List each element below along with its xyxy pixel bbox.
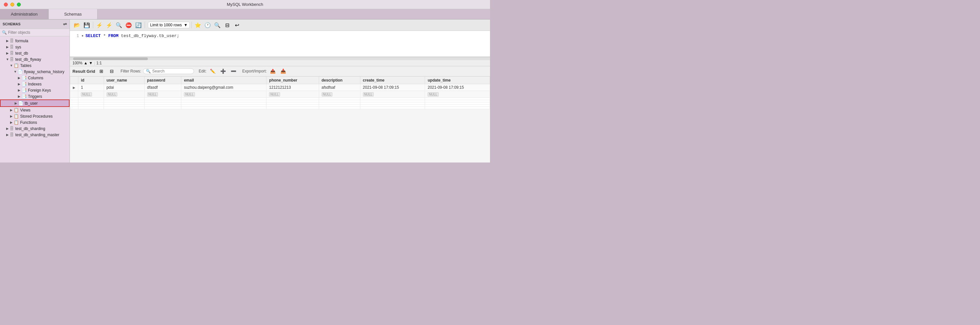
reconnect-button[interactable]: 🔄 xyxy=(134,21,143,29)
schemas-label: SCHEMAS xyxy=(3,22,21,26)
col-arrow xyxy=(70,77,78,84)
traffic-lights xyxy=(4,3,21,6)
tab-administration[interactable]: Administration xyxy=(0,9,49,19)
sidebar-item-columns[interactable]: ▶ 📑 Columns xyxy=(0,75,70,81)
sidebar-item-tables[interactable]: ▼ 📋 Tables xyxy=(0,62,70,69)
execute-button[interactable]: ⚡ xyxy=(95,21,104,29)
zoom-down-icon[interactable]: ▼ xyxy=(89,61,93,65)
col-phone-number[interactable]: phone_number xyxy=(266,77,319,84)
col-id[interactable]: id xyxy=(78,77,104,84)
sidebar-item-label: test_db_flyway xyxy=(15,57,41,62)
col-user-name[interactable]: user_name xyxy=(103,77,144,84)
sidebar-item-label: test_db xyxy=(15,51,28,56)
null-id: NULL xyxy=(78,91,104,98)
sidebar-item-flyway-schema-history[interactable]: ▼ 📄 flyway_schema_history xyxy=(0,69,70,75)
edit-btn-1[interactable]: ✏️ xyxy=(208,68,217,75)
cell-id: 1 xyxy=(78,84,104,91)
close-button[interactable] xyxy=(4,3,8,6)
sidebar-item-test-db-sharding[interactable]: ▶ 🗄 test_db_sharding xyxy=(0,126,70,132)
wrap-button[interactable]: ↩ xyxy=(232,21,242,29)
scrollbar-thumb xyxy=(73,57,148,60)
sidebar-item-test-db-flyway[interactable]: ▼ 🗄 test_db_flyway xyxy=(0,56,70,62)
sidebar-item-tb-user[interactable]: ▶ 📄 tb_user xyxy=(0,99,70,107)
save-button[interactable]: 💾 xyxy=(82,21,91,29)
find-button[interactable]: 🔍 xyxy=(115,21,124,29)
sidebar-item-test-db[interactable]: ▶ 🗄 test_db xyxy=(0,50,70,56)
col-password[interactable]: password xyxy=(144,77,181,84)
favorite-button[interactable]: ⭐ xyxy=(193,21,202,29)
db-icon: 🗄 xyxy=(10,45,14,49)
export-button[interactable]: 📤 xyxy=(269,68,277,75)
filter-search-input[interactable] xyxy=(152,69,191,73)
sidebar-item-stored-procedures[interactable]: ▶ 📋 Stored Procedures xyxy=(0,113,70,119)
search-input[interactable] xyxy=(8,30,68,35)
result-area: Result Grid ⊞ ⊟ Filter Rows: 🔍 Edit: ✏️ … xyxy=(70,66,490,162)
sidebar-item-functions[interactable]: ▶ 📋 Functions xyxy=(0,119,70,126)
search2-button[interactable]: 🔍 xyxy=(213,21,222,29)
search-icon: 🔍 xyxy=(146,69,151,73)
stop-button[interactable]: ⛔ xyxy=(124,21,133,29)
sidebar-item-test-db-sharding-master[interactable]: ▶ 🗄 test_db_sharding_master xyxy=(0,132,70,138)
tab-bar: Administration Schemas xyxy=(0,9,490,19)
grid-view-button[interactable]: ⊞ xyxy=(97,68,106,75)
indexes-icon: 📑 xyxy=(21,81,27,86)
empty-row xyxy=(70,102,490,105)
table-row[interactable]: ▶ 1 pdai dfasdf suzhou.daipeng@gmail.com… xyxy=(70,84,490,91)
horizontal-scrollbar[interactable] xyxy=(70,57,490,60)
sidebar-item-indexes[interactable]: ▶ 📑 Indexes xyxy=(0,81,70,87)
zoom-up-icon[interactable]: ▲ xyxy=(84,61,88,65)
sidebar-item-sys[interactable]: ▶ 🗄 sys xyxy=(0,44,70,50)
sidebar-item-foreign-keys[interactable]: ▶ 📑 Foreign Keys xyxy=(0,87,70,93)
history-button[interactable]: 🕐 xyxy=(203,21,212,29)
sidebar-item-formula[interactable]: ▶ 🗄 formula xyxy=(0,38,70,44)
null-badge: NULL xyxy=(147,92,158,97)
edit-btn-2[interactable]: ➕ xyxy=(219,68,227,75)
col-create-time[interactable]: create_time xyxy=(360,77,425,84)
null-phone: NULL xyxy=(266,91,319,98)
search-icon: 🔍 xyxy=(2,30,7,35)
col-email[interactable]: email xyxy=(181,77,266,84)
result-grid: id user_name password email phone_number… xyxy=(70,76,490,162)
cell-user-name: pdai xyxy=(103,84,144,91)
db-icon: 🗄 xyxy=(10,132,14,137)
sidebar-header: SCHEMAS ⇌ xyxy=(0,19,70,29)
col-description[interactable]: description xyxy=(319,77,360,84)
maximize-button[interactable] xyxy=(17,3,21,6)
sidebar-item-triggers[interactable]: ▶ 📑 Triggers xyxy=(0,93,70,99)
empty-row xyxy=(70,100,490,102)
arrow-icon: ▶ xyxy=(9,121,14,124)
minimize-button[interactable] xyxy=(10,3,14,6)
open-button[interactable]: 📂 xyxy=(72,21,81,29)
edit-btn-3[interactable]: ➖ xyxy=(229,68,237,75)
sidebar-item-views[interactable]: ▶ 📋 Views xyxy=(0,107,70,113)
sidebar-item-label: Tables xyxy=(20,64,32,68)
sidebar-item-label: Triggers xyxy=(28,94,42,99)
col-update-time[interactable]: update_time xyxy=(425,77,490,84)
sql-editor[interactable]: 1 ● SELECT * FROM test_db_flyway.tb_user… xyxy=(70,31,490,57)
sidebar-header-icon[interactable]: ⇌ xyxy=(63,21,67,27)
edit-label: Edit: xyxy=(199,69,206,73)
views-icon: 📋 xyxy=(14,108,19,112)
cell-password: dfasdf xyxy=(144,84,181,91)
sidebar-item-label: Functions xyxy=(20,120,37,125)
limit-select[interactable]: Limit to 1000 rows ▼ xyxy=(148,22,190,28)
sidebar-item-label: sys xyxy=(15,45,21,49)
sidebar-item-label: test_db_sharding xyxy=(15,126,45,131)
limit-label: Limit to 1000 rows xyxy=(150,23,181,27)
arrow-icon: ▶ xyxy=(5,39,10,43)
null-badge: NULL xyxy=(363,92,374,97)
sidebar-item-label: Views xyxy=(20,108,30,112)
cell-create-time: 2021-09-08 17:09:15 xyxy=(360,84,425,91)
fk-icon: 📑 xyxy=(21,88,27,92)
null-badge: NULL xyxy=(428,92,439,97)
arrow-icon: ▶ xyxy=(5,51,10,55)
format-button[interactable]: ⊟ xyxy=(223,21,232,29)
form-view-button[interactable]: ⊟ xyxy=(108,68,116,75)
sql-code: SELECT * FROM test_db_flyway.tb_user; xyxy=(86,33,179,38)
import-button[interactable]: 📥 xyxy=(279,68,288,75)
arrow-icon: ▼ xyxy=(5,57,10,61)
execute-current-button[interactable]: ⚡ xyxy=(105,21,114,29)
table-icon: 📄 xyxy=(18,69,23,74)
arrow-icon: ▶ xyxy=(9,115,14,118)
tab-schemas[interactable]: Schemas xyxy=(49,9,97,19)
